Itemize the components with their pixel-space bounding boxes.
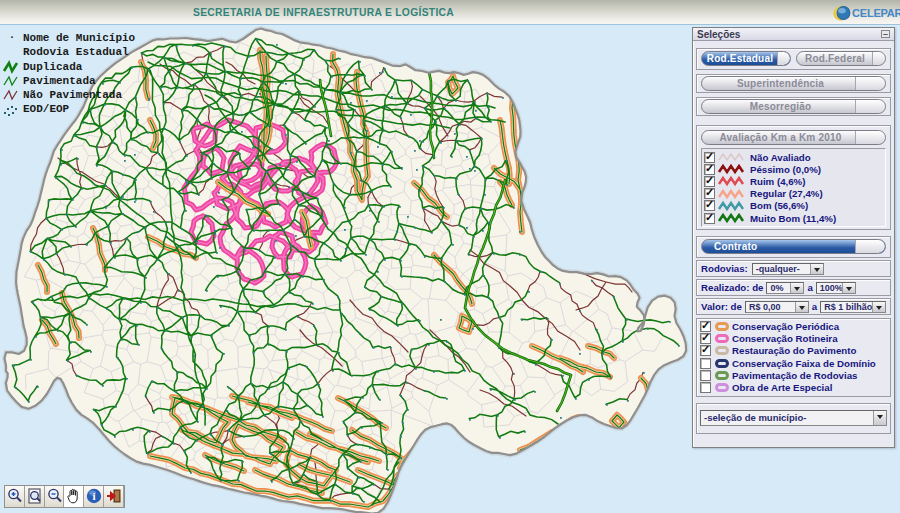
svg-text:CELEPAR: CELEPAR bbox=[852, 7, 900, 19]
svg-text:i: i bbox=[93, 490, 96, 502]
